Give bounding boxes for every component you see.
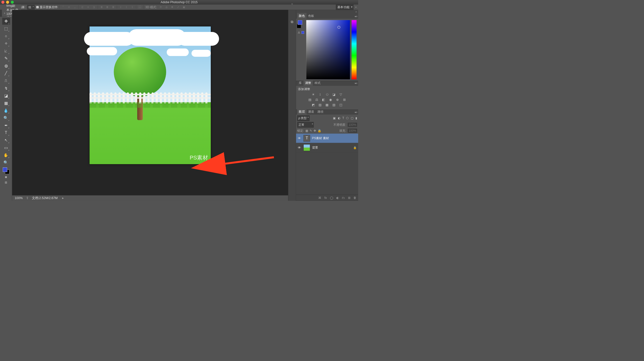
styles-tab[interactable]: 样式 [313, 80, 322, 86]
clone-stamp-tool[interactable]: ⎍ [2, 77, 10, 84]
panel-fg-swatch[interactable] [298, 20, 302, 25]
current-color-chip[interactable] [301, 31, 304, 34]
distribute-left-icon[interactable]: ⦀ [119, 5, 123, 9]
show-transform-checkbox[interactable]: ✓显示变换控件 [36, 5, 58, 9]
type-tool[interactable]: T [2, 129, 10, 136]
lock-all-icon[interactable]: 🔒 [318, 129, 321, 132]
panel-menu-icon[interactable]: ▾≡ [355, 82, 358, 85]
levels-icon[interactable]: ⟟ [318, 92, 323, 97]
foreground-color-swatch[interactable] [2, 167, 7, 172]
panel-menu-icon[interactable]: ▾≡ [355, 15, 358, 18]
marquee-tool[interactable]: ⬚ [2, 25, 10, 32]
lock-pixels-icon[interactable]: ✎ [310, 129, 312, 132]
minimize-window-icon[interactable] [6, 1, 9, 4]
lock-position-icon[interactable]: ✥ [314, 129, 316, 132]
delete-layer-icon[interactable]: 🗑 [354, 196, 356, 199]
opacity-value[interactable]: 100% [348, 123, 357, 127]
blend-mode-dropdown[interactable]: 正常 [297, 122, 314, 127]
layer-thumbnail[interactable] [304, 144, 310, 151]
align-right-icon[interactable]: ⊐ [92, 5, 96, 9]
new-adjustment-icon[interactable]: ◐ [336, 196, 339, 199]
layer-row[interactable]: 👁 T PS素材 素材 [296, 134, 358, 143]
dodge-tool[interactable]: 🔍 [2, 114, 10, 121]
color-warning-icon[interactable]: ⚠ [298, 31, 300, 34]
distribute-hcenter-icon[interactable]: ⦀ [124, 5, 128, 9]
invert-icon[interactable]: ◩ [311, 103, 316, 107]
channels-tab[interactable]: 通道 [307, 109, 316, 114]
eyedropper-tool[interactable]: ✎ [2, 55, 10, 62]
gradient-tool[interactable]: ▦ [2, 99, 10, 106]
quick-select-tool[interactable]: ✧ [2, 40, 10, 47]
lasso-tool[interactable]: ○ [2, 33, 10, 40]
lock-transparent-icon[interactable]: ▦ [306, 129, 308, 132]
maximize-window-icon[interactable] [11, 1, 14, 4]
layer-thumbnail[interactable]: T [304, 135, 310, 142]
layer-fx-icon[interactable]: fx [324, 196, 327, 199]
distribute-top-icon[interactable]: ≣ [100, 5, 104, 9]
new-group-icon[interactable]: 🗀 [342, 196, 345, 199]
color-lookup-icon[interactable]: ⊞ [342, 97, 347, 102]
threshold-icon[interactable]: ▩ [325, 103, 330, 107]
photo-filter-icon[interactable]: ◉ [328, 97, 333, 102]
color-tab[interactable]: 颜色 [297, 13, 307, 18]
document-canvas[interactable]: PS素材 [90, 26, 211, 164]
color-field[interactable] [306, 20, 350, 79]
distribute-bottom-icon[interactable]: ≣ [111, 5, 115, 9]
close-tab-icon[interactable]: × [4, 12, 6, 15]
document-info[interactable]: 文档:2.52M/2.67M [32, 196, 58, 200]
distribute-vcenter-icon[interactable]: ≣ [105, 5, 110, 9]
swatches-tab[interactable]: 色板 [307, 13, 316, 18]
screen-mode-icon[interactable]: ⊞ [2, 180, 10, 185]
filter-toggle-icon[interactable]: ▮ [356, 116, 357, 120]
align-hcenter-icon[interactable]: ≡ [86, 5, 90, 9]
channel-mixer-icon[interactable]: ⊕ [335, 97, 340, 102]
brush-tool[interactable]: ╱ [2, 70, 10, 77]
color-swatches[interactable] [2, 167, 10, 174]
3d-pan-icon[interactable]: ✥ [170, 5, 174, 9]
bw-icon[interactable]: ◧ [321, 97, 326, 102]
3d-slide-icon[interactable]: ⤢ [176, 5, 180, 9]
status-menu-icon[interactable]: ▸ [62, 196, 64, 200]
panel-menu-icon[interactable]: ▾≡ [355, 111, 358, 114]
exposure-icon[interactable]: ◪ [332, 92, 336, 97]
hue-sat-icon[interactable]: ▤ [308, 97, 312, 102]
filter-shape-icon[interactable]: ⬠ [346, 116, 349, 120]
collapse-panels-icon[interactable]: » [356, 10, 357, 13]
expand-dock-icon[interactable]: « [291, 2, 293, 5]
layer-filter-dropdown[interactable]: ρ类型 [297, 115, 309, 121]
link-layers-icon[interactable]: ⌘ [318, 196, 321, 199]
canvas-area[interactable]: PS素材 [12, 10, 288, 195]
layers-tab[interactable]: 图层 [297, 109, 307, 114]
align-bottom-icon[interactable]: ⎵ [73, 5, 77, 9]
3d-orbit-icon[interactable]: ⟳ [158, 5, 163, 9]
3d-camera-icon[interactable]: ▣ [182, 5, 186, 9]
visibility-toggle-icon[interactable]: 👁 [298, 146, 302, 150]
distribute-right-icon[interactable]: ⦀ [130, 5, 134, 9]
visibility-toggle-icon[interactable]: 👁 [298, 136, 302, 140]
vibrance-icon[interactable]: ▽ [338, 92, 343, 97]
filter-adjust-icon[interactable]: ◐ [338, 116, 340, 120]
move-tool[interactable]: ✥ [2, 18, 10, 25]
layer-mask-icon[interactable]: ◯ [330, 196, 334, 199]
curves-icon[interactable]: ⦵ [325, 92, 330, 97]
hand-tool[interactable]: ✋ [2, 152, 10, 158]
new-layer-icon[interactable]: ⊞ [348, 196, 350, 199]
filter-pixel-icon[interactable]: ▣ [333, 116, 336, 120]
selective-color-icon[interactable]: ◫ [338, 103, 343, 107]
export-icon[interactable]: ⇪ [26, 196, 29, 200]
hue-slider[interactable] [352, 20, 356, 79]
eraser-tool[interactable]: ◪ [2, 92, 10, 99]
align-top-icon[interactable]: ⎴ [61, 5, 66, 9]
align-vcenter-icon[interactable]: ≡ [67, 5, 71, 9]
auto-align-icon[interactable]: ⿳ [138, 5, 142, 9]
history-panel-icon[interactable]: ⧉ [289, 19, 295, 25]
workspace-switcher[interactable]: 基本功能 [336, 4, 354, 10]
blur-tool[interactable]: 💧 [2, 107, 10, 114]
layer-name[interactable]: PS素材 素材 [312, 136, 329, 140]
spot-heal-tool[interactable]: ◍ [2, 62, 10, 69]
posterize-icon[interactable]: ▨ [318, 103, 323, 107]
3d-roll-icon[interactable]: ◎ [164, 5, 169, 9]
crop-tool[interactable]: ⟀ [2, 47, 10, 54]
gradient-map-icon[interactable]: ▧ [332, 103, 336, 107]
layer-name[interactable]: 背景 [312, 146, 318, 150]
